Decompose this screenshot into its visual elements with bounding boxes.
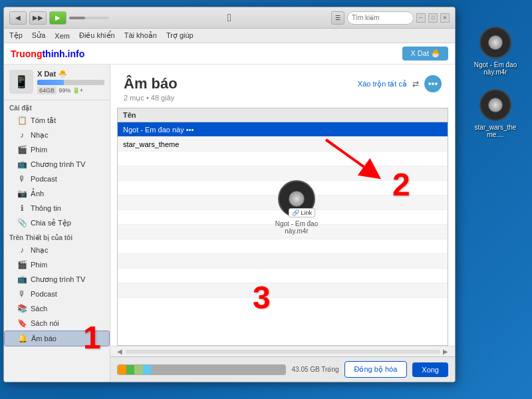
brand-logo: Truongthinh.info bbox=[11, 49, 84, 59]
sidebar-item-chuong-trinh-tv[interactable]: 📺 Chương trình TV bbox=[4, 157, 110, 172]
table-row[interactable]: star_wars_theme bbox=[118, 137, 448, 152]
sidebar-item-nhac-device[interactable]: ♪ Nhạc bbox=[4, 243, 110, 257]
sidebar-item-label: Phim bbox=[31, 146, 47, 154]
battery-info: 99% 🔋+ bbox=[59, 87, 83, 94]
minimize-button[interactable]: ─ bbox=[416, 13, 426, 23]
desktop-icon-starwars[interactable]: star_wars_theme.... bbox=[472, 89, 519, 138]
close-button[interactable]: ✕ bbox=[440, 13, 450, 23]
menu-dieu-khien[interactable]: Điều khiển bbox=[79, 31, 115, 40]
forward-button[interactable]: ▶▶ bbox=[29, 11, 47, 25]
device-info: 📱 X Dat 🐣 64GB 99% 🔋+ bbox=[4, 65, 110, 100]
content-title: Âm báo bbox=[124, 75, 178, 92]
menu-xem[interactable]: Xem bbox=[55, 32, 70, 40]
sidebar-item-label: Sách nói bbox=[31, 319, 59, 327]
menu-sua[interactable]: Sửa bbox=[32, 31, 45, 40]
sync-button[interactable]: Đồng bộ hóa bbox=[344, 361, 408, 378]
sidebar-item-thong-tin[interactable]: ℹ Thông tin bbox=[4, 201, 110, 215]
sidebar-item-anh[interactable]: 📷 Ảnh bbox=[4, 186, 110, 201]
horizontal-scrollbar[interactable] bbox=[125, 350, 440, 354]
desktop-icon-ngot[interactable]: Ngot - Em đao này.m4r bbox=[472, 27, 519, 76]
storage-label: 64GB bbox=[37, 86, 57, 94]
tv-device-icon: 📺 bbox=[17, 275, 27, 284]
play-button[interactable]: ▶ bbox=[49, 11, 66, 25]
movie-icon: 🎬 bbox=[17, 145, 27, 154]
volume-bar[interactable] bbox=[69, 17, 109, 19]
book-icon: 📚 bbox=[17, 304, 27, 313]
podcast-icon: 🎙 bbox=[17, 174, 27, 184]
summary-icon: 📋 bbox=[17, 116, 27, 125]
content-header: Âm báo 2 mục • 48 giây Xáo trộn tất cả ⇄… bbox=[110, 65, 455, 108]
starwars-icon-image bbox=[479, 89, 511, 121]
menu-icon-button[interactable]: ☰ bbox=[331, 11, 344, 25]
table-row-empty bbox=[118, 283, 448, 298]
sidebar-item-podcast[interactable]: 🎙 Podcast bbox=[4, 172, 110, 186]
table-row-empty bbox=[118, 269, 448, 283]
starwars-icon-label: star_wars_theme.... bbox=[472, 124, 519, 138]
podcast-device-icon: 🎙 bbox=[17, 289, 27, 299]
sidebar-item-chuong-trinh-tv-device[interactable]: 📺 Chương trình TV bbox=[4, 272, 110, 287]
sidebar-item-podcast-device[interactable]: 🎙 Podcast bbox=[4, 287, 110, 301]
table-row-empty bbox=[118, 239, 448, 254]
sidebar-item-label: Chia sẻ Tệp bbox=[31, 219, 71, 227]
movie-device-icon: 🎬 bbox=[17, 260, 27, 269]
table-row-empty bbox=[118, 254, 448, 269]
device-button[interactable]: X Dat 🐣 bbox=[402, 47, 448, 61]
volume-fill bbox=[69, 17, 85, 19]
sidebar-item-label: Nhạc bbox=[31, 131, 49, 140]
done-button[interactable]: Xong bbox=[412, 362, 448, 377]
sidebar-item-chia-se-tep[interactable]: 📎 Chia sẻ Tệp bbox=[4, 215, 110, 230]
more-button[interactable]: ••• bbox=[424, 75, 442, 92]
shuffle-link[interactable]: Xáo trộn tất cả bbox=[358, 80, 407, 88]
sidebar-item-nhac[interactable]: ♪ Nhạc bbox=[4, 128, 110, 142]
sidebar-item-phim[interactable]: 🎬 Phim bbox=[4, 142, 110, 157]
itunes-window: ◀ ▶▶ ▶  ☰ ─ □ ✕ Tệp Sửa Xem Điều khiển … bbox=[3, 7, 456, 382]
tv-icon: 📺 bbox=[17, 160, 27, 169]
sidebar-item-sach[interactable]: 📚 Sách bbox=[4, 301, 110, 316]
ringtone-icon: 🔔 bbox=[18, 334, 27, 343]
back-button[interactable]: ◀ bbox=[9, 11, 27, 25]
menu-tro-giup[interactable]: Trợ giúp bbox=[166, 31, 194, 40]
title-bar-controls: ◀ ▶▶ ▶ bbox=[9, 11, 109, 25]
search-input[interactable] bbox=[347, 11, 414, 25]
sidebar-item-am-bao[interactable]: 🔔 Âm báo bbox=[4, 331, 110, 346]
apple-logo:  bbox=[227, 12, 231, 24]
brand-info: .info bbox=[65, 49, 85, 59]
table-row-empty bbox=[118, 196, 448, 210]
music-icon: ♪ bbox=[17, 130, 27, 140]
shuffle-icon: ⇄ bbox=[412, 79, 419, 88]
device-details: X Dat 🐣 64GB 99% 🔋+ bbox=[37, 70, 104, 94]
table-row-empty bbox=[118, 225, 448, 239]
music-device-icon: ♪ bbox=[17, 245, 27, 255]
sidebar-item-label: Nhạc bbox=[31, 246, 49, 255]
menu-tai-khoan[interactable]: Tài khoản bbox=[124, 31, 157, 40]
title-bar-right: ☰ ─ □ ✕ bbox=[331, 11, 450, 25]
audiobook-icon: 🔖 bbox=[17, 319, 27, 328]
desktop-icons: Ngot - Em đao này.m4r star_wars_theme...… bbox=[472, 27, 519, 138]
brand-thinh: thinh bbox=[42, 49, 65, 59]
sidebar-item-label: Thông tin bbox=[31, 204, 61, 212]
maximize-button[interactable]: □ bbox=[428, 13, 438, 23]
photo-icon: 📷 bbox=[17, 189, 27, 198]
scroll-right-icon[interactable]: ▶ bbox=[443, 348, 448, 355]
sidebar: 📱 X Dat 🐣 64GB 99% 🔋+ Cài đặt 📋 Tóm tắt bbox=[4, 65, 110, 382]
storage-block-2 bbox=[126, 365, 135, 374]
table-row-empty bbox=[118, 181, 448, 196]
table-row-empty bbox=[118, 152, 448, 166]
table-row[interactable]: Ngot - Em đao này ••• bbox=[118, 122, 448, 137]
sidebar-item-sach-noi[interactable]: 🔖 Sách nói bbox=[4, 316, 110, 331]
sidebar-item-tom-tat[interactable]: 📋 Tóm tắt bbox=[4, 113, 110, 128]
install-section-title: Cài đặt bbox=[4, 100, 110, 113]
scroll-left-icon[interactable]: ◀ bbox=[117, 348, 122, 355]
storage-block-4 bbox=[143, 365, 152, 374]
menu-tep[interactable]: Tệp bbox=[9, 31, 23, 40]
sidebar-item-label: Chương trình TV bbox=[31, 160, 85, 169]
sidebar-item-label: Ảnh bbox=[31, 190, 44, 198]
menu-bar: Tệp Sửa Xem Điều khiển Tài khoản Trợ giú… bbox=[4, 29, 455, 43]
content-area: Âm báo 2 mục • 48 giây Xáo trộn tất cả ⇄… bbox=[110, 65, 455, 382]
track-name: star_wars_theme bbox=[118, 137, 448, 152]
sidebar-item-phim-device[interactable]: 🎬 Phim bbox=[4, 257, 110, 272]
sidebar-item-label: Phim bbox=[31, 261, 47, 269]
info-icon: ℹ bbox=[17, 203, 27, 213]
storage-label-text: 43.05 GB Trống bbox=[291, 366, 338, 373]
table-container[interactable]: Tên Ngot - Em đao này ••• star_wars_them… bbox=[117, 108, 448, 346]
